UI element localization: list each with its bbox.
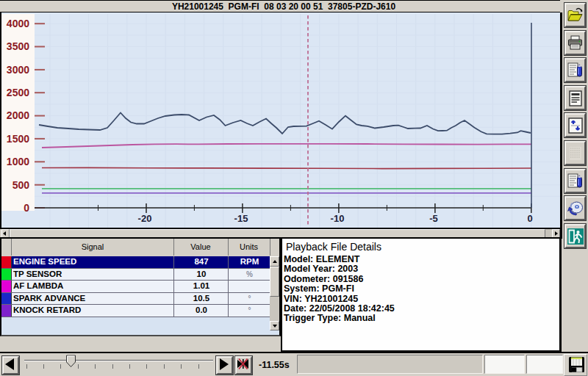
svg-text:-15: -15 [234, 213, 248, 224]
svg-text:1500: 1500 [7, 133, 29, 145]
svg-text:3000: 3000 [7, 64, 29, 76]
svg-text:0: 0 [527, 213, 532, 224]
svg-text:0: 0 [24, 202, 29, 214]
svg-text:2000: 2000 [7, 109, 29, 121]
svg-text:2500: 2500 [7, 87, 29, 98]
svg-text:4000: 4000 [7, 18, 29, 29]
svg-text:3500: 3500 [7, 40, 29, 52]
svg-text:1000: 1000 [7, 156, 29, 167]
svg-text:-10: -10 [331, 213, 345, 224]
svg-text:-20: -20 [138, 213, 152, 224]
svg-text:-5: -5 [429, 213, 438, 224]
svg-text:500: 500 [12, 179, 30, 191]
